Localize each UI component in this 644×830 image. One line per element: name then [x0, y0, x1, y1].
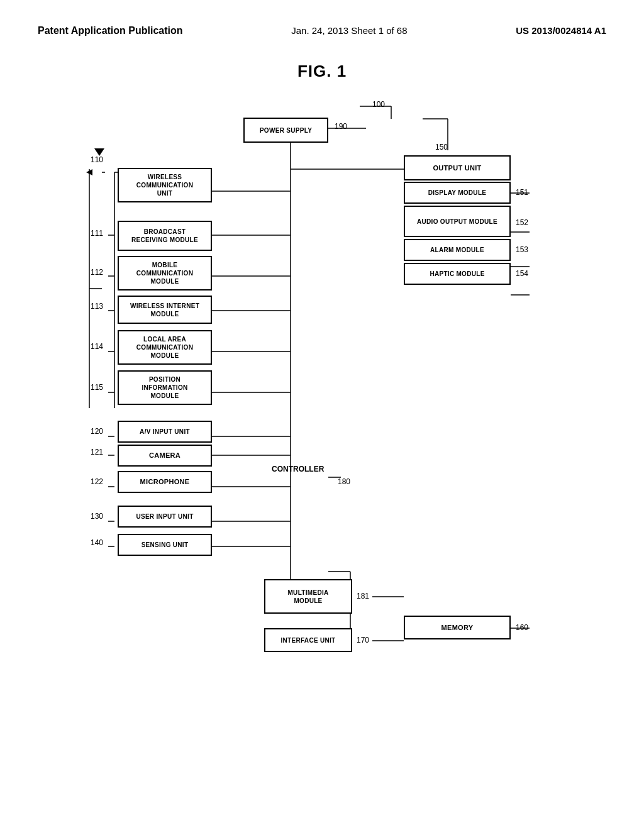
label-130: 130 [91, 512, 103, 521]
label-140: 140 [91, 538, 103, 547]
label-114: 114 [91, 342, 103, 351]
block-haptic-module: HAPTIC MODULE [404, 263, 511, 285]
label-180: 180 [338, 477, 350, 486]
header: Patent Application Publication Jan. 24, … [38, 25, 606, 36]
label-122: 122 [91, 477, 103, 486]
label-120: 120 [91, 427, 103, 436]
block-user-input: USER INPUT UNIT [118, 506, 212, 528]
page: Patent Application Publication Jan. 24, … [0, 0, 644, 830]
block-local-area: LOCAL AREACOMMUNICATIONMODULE [118, 330, 212, 365]
block-wireless-comm: WIRELESS COMMUNICATIONUNIT [118, 168, 212, 202]
label-150: 150 [435, 143, 448, 152]
label-170: 170 [357, 636, 369, 645]
label-115: 115 [91, 383, 103, 392]
diagram: 100 POWER SUPPLY 190 150 OUTPUT UNIT DIS… [52, 100, 592, 666]
block-camera: CAMERA [118, 445, 212, 467]
label-152: 152 [516, 218, 528, 227]
label-190: 190 [335, 122, 347, 131]
block-memory: MEMORY [404, 616, 511, 639]
block-wireless-internet: WIRELESS INTERNETMODULE [118, 296, 212, 324]
header-left: Patent Application Publication [38, 25, 183, 36]
label-111: 111 [91, 229, 103, 238]
label-100: 100 [372, 100, 385, 109]
block-av-input: A/V INPUT UNIT [118, 421, 212, 443]
header-right: US 2013/0024814 A1 [516, 25, 606, 36]
label-110: 110 [91, 155, 103, 164]
label-153: 153 [516, 245, 528, 254]
block-output-unit: OUTPUT UNIT [404, 155, 511, 180]
label-121: 121 [91, 448, 103, 456]
block-sensing-unit: SENSING UNIT [118, 534, 212, 556]
block-audio-output: AUDIO OUTPUT MODULE [404, 206, 511, 237]
block-mobile-comm: MOBILECOMMUNICATIONMODULE [118, 256, 212, 290]
svg-marker-30 [86, 169, 92, 175]
label-160: 160 [516, 623, 528, 632]
block-broadcast: BROADCASTRECEIVING MODULE [118, 221, 212, 251]
fig-title: FIG. 1 [38, 62, 606, 81]
block-alarm-module: ALARM MODULE [404, 239, 511, 261]
label-154: 154 [516, 269, 528, 278]
block-position-info: POSITIONINFORMATIONMODULE [118, 370, 212, 405]
triangle-indicator [94, 148, 104, 156]
header-center: Jan. 24, 2013 Sheet 1 of 68 [291, 25, 407, 36]
block-display-module: DISPLAY MODULE [404, 182, 511, 204]
label-181: 181 [357, 592, 369, 600]
label-113: 113 [91, 302, 103, 311]
label-112: 112 [91, 268, 103, 277]
block-interface-unit: INTERFACE UNIT [264, 628, 352, 652]
controller-label: CONTROLLER [272, 465, 324, 473]
block-multimedia: MULTIMEDIAMODULE [264, 579, 352, 614]
block-power-supply: POWER SUPPLY [243, 118, 328, 143]
label-151: 151 [516, 188, 528, 197]
block-microphone: MICROPHONE [118, 471, 212, 493]
